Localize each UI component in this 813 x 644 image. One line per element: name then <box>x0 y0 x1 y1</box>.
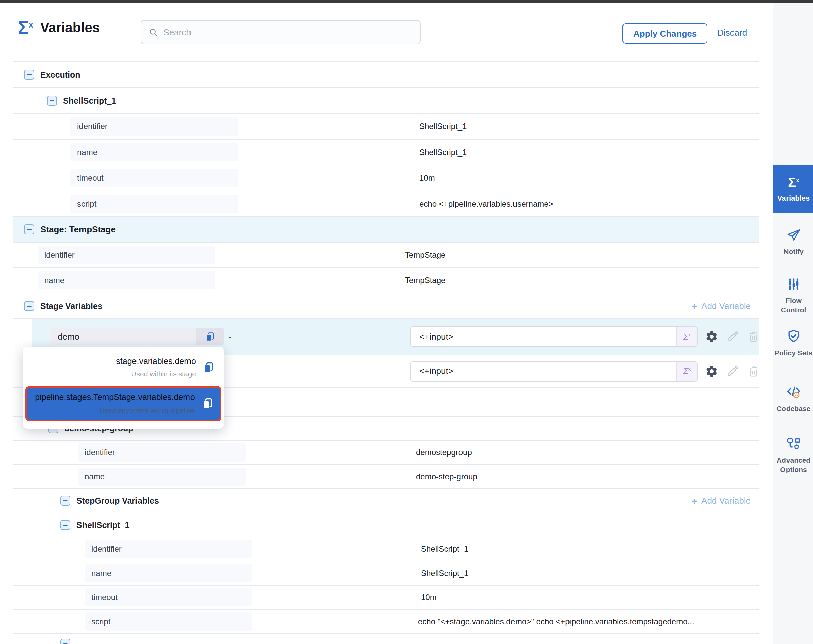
paper-plane-icon <box>786 228 801 243</box>
discard-button[interactable]: Discard <box>718 28 747 38</box>
edit-button[interactable] <box>725 330 740 344</box>
variable-path-text: stage.variables.demo <box>116 356 196 366</box>
copy-icon[interactable] <box>202 361 215 374</box>
add-variable-label: Add Variable <box>701 496 751 506</box>
edit-button[interactable] <box>725 364 740 379</box>
expression-sigma-icon[interactable]: Σx <box>676 362 697 381</box>
value-text: 10m <box>421 593 437 602</box>
value-text: TempStage <box>405 250 445 260</box>
collapse-minus-icon[interactable] <box>60 496 71 506</box>
sliders-icon <box>786 277 801 292</box>
kv-row-name: name ShellScript_1 <box>14 140 759 166</box>
key-field: timeout <box>84 588 252 606</box>
window-top-bar <box>0 0 813 3</box>
kv-row-group-name: name demo-step-group <box>14 465 759 489</box>
runtime-input-value: <+input> <box>411 332 676 342</box>
apply-changes-button[interactable]: Apply Changes <box>623 23 707 44</box>
variable-path-option-stage[interactable]: stage.variables.demo Used within its sta… <box>23 356 224 385</box>
tree-label: Stage: TempStage <box>40 224 116 235</box>
variable-scope-text: Used anywhere within pipeline <box>35 406 195 414</box>
trash-icon <box>747 330 760 343</box>
variable-value-input[interactable]: <+input> Σx <box>410 327 698 347</box>
value-text: echo <+pipeline.variables.username> <box>419 199 554 209</box>
settings-button[interactable] <box>704 330 719 344</box>
tree-row-shellscript1[interactable]: ShellScript_1 <box>14 88 759 114</box>
gear-icon <box>705 365 718 378</box>
sidebar-item-policy-sets[interactable]: Policy Sets <box>773 329 813 357</box>
add-variable-button[interactable]: + Add Variable <box>692 301 751 311</box>
key-field: script <box>84 612 252 630</box>
pencil-icon <box>726 365 739 378</box>
sidebar-item-notify[interactable]: Notify <box>773 228 813 256</box>
tree-label: StepGroup Variables <box>77 496 159 506</box>
tree-label: Execution <box>40 70 80 80</box>
key-field: timeout <box>71 169 238 187</box>
code-warning-icon <box>786 384 801 400</box>
kv-row-name: name ShellScript_1 <box>14 561 759 586</box>
sidebar-item-label: Codebase <box>777 404 810 413</box>
tree-row-shellscript1-inner[interactable]: ShellScript_1 <box>14 513 759 537</box>
sidebar-item-label: Advanced Options <box>773 455 813 475</box>
key-field: identifier <box>71 117 238 135</box>
key-field: name <box>38 271 215 290</box>
sidebar-item-flow-control[interactable]: Flow Control <box>773 277 813 315</box>
right-sidebar: Σx Variables Notify Flow Control Policy … <box>773 3 813 644</box>
sidebar-item-codebase[interactable]: Codebase <box>773 384 813 413</box>
expression-sigma-icon[interactable]: Σx <box>676 327 697 347</box>
delete-button[interactable] <box>746 364 761 379</box>
kv-row-script: script echo <+pipeline.variables.usernam… <box>14 191 759 217</box>
kv-row-stage-identifier: identifier TempStage <box>14 242 759 268</box>
collapse-minus-icon[interactable] <box>60 520 71 530</box>
copy-icon <box>205 331 215 342</box>
variables-sigma-logo-icon: Σx <box>18 19 33 36</box>
description-dash: - <box>229 332 232 342</box>
kv-row-timeout: timeout 10m <box>14 586 759 610</box>
tree-row-stepgroup-variables[interactable]: StepGroup Variables + Add Variable <box>14 489 759 513</box>
tree-row-partial[interactable] <box>14 634 759 644</box>
settings-button[interactable] <box>704 364 719 379</box>
variable-scope-text: Used within its stage <box>116 370 196 378</box>
search-icon <box>149 27 158 37</box>
tree-row-stage-tempstage[interactable]: Stage: TempStage <box>14 217 759 242</box>
sidebar-item-label: Policy Sets <box>775 348 812 357</box>
tree-row-execution[interactable]: Execution <box>14 62 759 88</box>
collapse-minus-icon[interactable] <box>24 301 34 311</box>
gear-icon <box>705 330 718 343</box>
variable-path-popup: stage.variables.demo Used within its sta… <box>23 347 224 429</box>
value-text: ShellScript_1 <box>419 122 466 131</box>
add-variable-button[interactable]: + Add Variable <box>692 496 751 506</box>
key-field: name <box>78 468 245 486</box>
value-text: 10m <box>419 173 435 183</box>
value-text: demostepgroup <box>416 448 472 457</box>
sidebar-item-variables[interactable]: Σx Variables <box>773 166 813 213</box>
plus-icon: + <box>692 496 698 506</box>
copy-button[interactable] <box>196 328 224 345</box>
sigma-x-icon: Σx <box>788 176 799 189</box>
pencil-icon <box>726 330 739 343</box>
sidebar-item-label: Notify <box>784 247 804 256</box>
panel-header: Σx Variables Apply Changes Discard <box>0 3 773 57</box>
variable-path-text: pipeline.stages.TempStage.variables.demo <box>35 393 195 402</box>
search-input[interactable] <box>163 27 413 38</box>
kv-row-group-identifier: identifier demostepgroup <box>14 441 759 465</box>
runtime-input-value: <+input> <box>411 366 676 376</box>
collapse-minus-icon[interactable] <box>60 639 71 644</box>
collapse-minus-icon[interactable] <box>24 70 34 80</box>
sidebar-item-label: Variables <box>778 193 810 203</box>
value-text: demo-step-group <box>416 472 477 481</box>
plus-icon: + <box>692 301 698 311</box>
collapse-minus-icon[interactable] <box>47 96 57 106</box>
sidebar-item-advanced-options[interactable]: Advanced Options <box>773 436 813 475</box>
kv-row-script: script echo "<+stage.variables.demo>" ec… <box>14 610 759 634</box>
key-field: identifier <box>84 540 252 558</box>
variable-value-input[interactable]: <+input> Σx <box>410 361 698 382</box>
copy-icon[interactable] <box>201 397 214 410</box>
kv-row-identifier: identifier ShellScript_1 <box>14 537 759 561</box>
tree-row-stage-variables[interactable]: Stage Variables + Add Variable <box>14 293 759 319</box>
variable-name-field[interactable]: demo <box>50 328 224 345</box>
search-box[interactable] <box>141 20 420 44</box>
variable-path-option-pipeline[interactable]: pipeline.stages.TempStage.variables.demo… <box>26 386 221 421</box>
delete-button[interactable] <box>746 330 761 344</box>
tree-label: ShellScript_1 <box>63 96 116 105</box>
collapse-minus-icon[interactable] <box>24 224 34 235</box>
